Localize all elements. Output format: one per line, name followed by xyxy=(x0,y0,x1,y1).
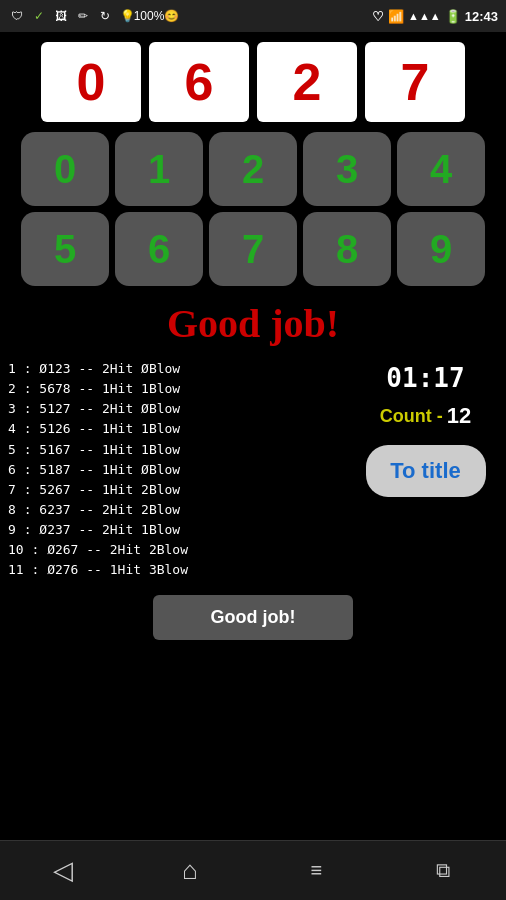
multitask-button[interactable]: ⧉ xyxy=(413,849,473,893)
bottom-nav: ◁ ⌂ ≡ ⧉ xyxy=(0,840,506,900)
back-icon: ◁ xyxy=(53,855,73,886)
edit-icon: ✏ xyxy=(74,7,92,25)
key-5[interactable]: 5 xyxy=(21,212,109,286)
refresh-icon: ↻ xyxy=(96,7,114,25)
battery-icon: 🔋 xyxy=(445,9,461,24)
key-8[interactable]: 8 xyxy=(303,212,391,286)
list-item: 1 : Ø123 -- 2Hit ØBlow xyxy=(8,359,353,379)
battery-text: 100% xyxy=(140,7,158,25)
keypad-row-1: 0 1 2 3 4 xyxy=(21,132,485,206)
image-icon: 🖼 xyxy=(52,7,70,25)
game-info: 1 : Ø123 -- 2Hit ØBlow2 : 5678 -- 1Hit 1… xyxy=(8,359,498,581)
key-0[interactable]: 0 xyxy=(21,132,109,206)
key-6[interactable]: 6 xyxy=(115,212,203,286)
keypad-row-2: 5 6 7 8 9 xyxy=(21,212,485,286)
main-content: 0 6 2 7 0 1 2 3 4 5 6 7 8 9 Good job! 1 … xyxy=(0,32,506,640)
list-item: 7 : 5267 -- 1Hit 2Blow xyxy=(8,480,353,500)
list-item: 4 : 5126 -- 1Hit 1Blow xyxy=(8,419,353,439)
check-icon: ✓ xyxy=(30,7,48,25)
count-area: Count - 12 xyxy=(380,403,471,429)
list-item: 9 : Ø237 -- 2Hit 1Blow xyxy=(8,520,353,540)
count-value: 12 xyxy=(447,403,471,429)
key-4[interactable]: 4 xyxy=(397,132,485,206)
digit-3: 7 xyxy=(365,42,465,122)
list-item: 5 : 5167 -- 1Hit 1Blow xyxy=(8,440,353,460)
number-display: 0 6 2 7 xyxy=(8,42,498,122)
history-list: 1 : Ø123 -- 2Hit ØBlow2 : 5678 -- 1Hit 1… xyxy=(8,359,353,581)
heart-icon: ♡ xyxy=(372,9,384,24)
clock: 12:43 xyxy=(465,9,498,24)
list-item: 6 : 5187 -- 1Hit ØBlow xyxy=(8,460,353,480)
key-9[interactable]: 9 xyxy=(397,212,485,286)
mcafee-icon: 🛡 xyxy=(8,7,26,25)
status-right: ♡ 📶 ▲▲▲ 🔋 12:43 xyxy=(372,9,498,24)
to-title-button[interactable]: To title xyxy=(366,445,486,497)
back-button[interactable]: ◁ xyxy=(33,849,93,893)
list-item: 10 : Ø267 -- 2Hit 2Blow xyxy=(8,540,353,560)
key-3[interactable]: 3 xyxy=(303,132,391,206)
signal-icon: ▲▲▲ xyxy=(408,10,441,22)
status-left: 🛡 ✓ 🖼 ✏ ↻ 💡 100% 😊 xyxy=(8,7,180,25)
digit-1: 6 xyxy=(149,42,249,122)
keypad: 0 1 2 3 4 5 6 7 8 9 xyxy=(8,132,498,286)
key-7[interactable]: 7 xyxy=(209,212,297,286)
digit-0: 0 xyxy=(41,42,141,122)
wifi-icon: 📶 xyxy=(388,9,404,24)
menu-button[interactable]: ≡ xyxy=(286,849,346,893)
menu-icon: ≡ xyxy=(310,859,322,882)
list-item: 3 : 5127 -- 2Hit ØBlow xyxy=(8,399,353,419)
list-item: 11 : Ø276 -- 1Hit 3Blow xyxy=(8,560,353,580)
list-item: 2 : 5678 -- 1Hit 1Blow xyxy=(8,379,353,399)
stats-panel: 01:17 Count - 12 To title xyxy=(353,359,498,581)
home-button[interactable]: ⌂ xyxy=(160,849,220,893)
good-job-message: Good job! xyxy=(8,300,498,347)
digit-2: 2 xyxy=(257,42,357,122)
good-job-popup: Good job! xyxy=(153,595,353,640)
count-label: Count - xyxy=(380,406,443,427)
status-bar: 🛡 ✓ 🖼 ✏ ↻ 💡 100% 😊 ♡ 📶 ▲▲▲ 🔋 12:43 xyxy=(0,0,506,32)
key-2[interactable]: 2 xyxy=(209,132,297,206)
home-icon: ⌂ xyxy=(182,855,198,886)
smiley-icon: 😊 xyxy=(162,7,180,25)
key-1[interactable]: 1 xyxy=(115,132,203,206)
timer: 01:17 xyxy=(386,363,464,393)
list-item: 8 : 6237 -- 2Hit 2Blow xyxy=(8,500,353,520)
multitask-icon: ⧉ xyxy=(436,859,450,882)
